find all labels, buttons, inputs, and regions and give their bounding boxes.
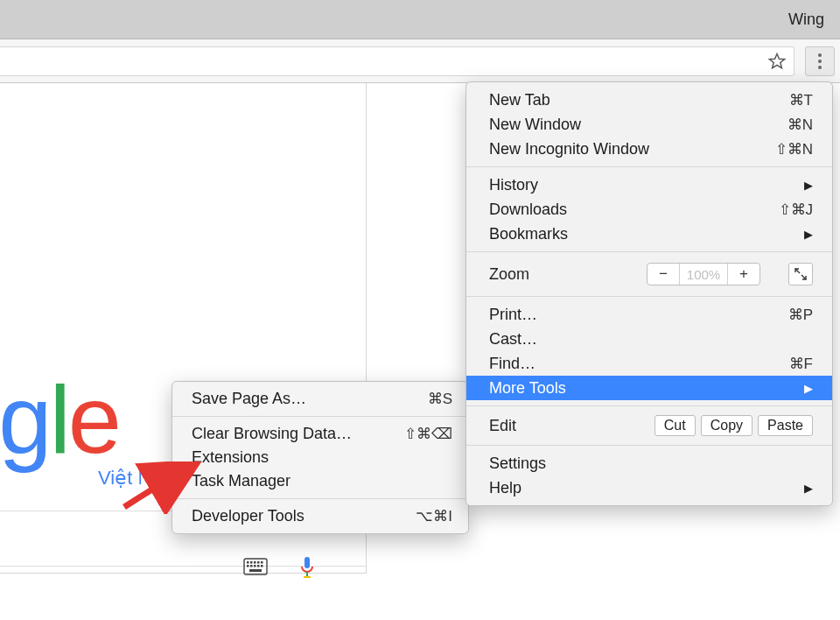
zoom-control: − 100% + [647, 263, 760, 285]
menu-item-label: Downloads [489, 201, 567, 219]
submenu-arrow-icon: ▶ [804, 179, 813, 192]
submenu-arrow-icon: ▶ [804, 228, 813, 241]
menu-cast[interactable]: Cast… [466, 327, 832, 351]
shortcut-label: ⇧⌘J [779, 201, 814, 219]
menu-downloads[interactable]: Downloads ⇧⌘J [466, 197, 832, 222]
zoom-percent: 100% [679, 264, 728, 285]
more-tools-submenu: Save Page As… ⌘S Clear Browsing Data… ⇧⌘… [172, 381, 469, 534]
menu-new-window[interactable]: New Window ⌘N [466, 112, 832, 137]
menu-help[interactable]: Help ▶ [466, 476, 832, 500]
menu-item-label: Clear Browsing Data… [192, 425, 352, 443]
menu-item-label: Cast… [489, 330, 537, 349]
menu-developer-tools[interactable]: Developer Tools ⌥⌘I [172, 504, 468, 528]
menu-item-label: New Incognito Window [489, 140, 649, 159]
svg-rect-13 [304, 557, 310, 568]
svg-rect-9 [254, 565, 256, 567]
menu-save-page-as[interactable]: Save Page As… ⌘S [172, 387, 468, 411]
menu-bookmarks[interactable]: Bookmarks ▶ [466, 222, 832, 246]
shortcut-label: ⌘F [789, 355, 813, 373]
menu-separator [172, 498, 468, 499]
menu-task-manager[interactable]: Task Manager [172, 469, 468, 493]
shortcut-label: ⌘S [428, 390, 452, 408]
svg-marker-0 [769, 53, 784, 67]
menu-separator [466, 166, 832, 167]
browser-toolbar [0, 39, 840, 83]
kebab-menu-button[interactable] [805, 46, 835, 76]
zoom-in-button[interactable]: + [728, 265, 760, 283]
svg-rect-6 [261, 561, 263, 564]
svg-rect-8 [250, 565, 253, 567]
menu-item-label: Task Manager [192, 472, 290, 490]
dots-icon [818, 53, 822, 57]
menu-item-label: Bookmarks [489, 225, 568, 243]
shortcut-label: ⇧⌘N [775, 140, 813, 159]
microphone-icon[interactable] [299, 556, 315, 579]
submenu-arrow-icon: ▶ [804, 482, 813, 495]
menu-separator [466, 296, 832, 297]
window-title: Wing [788, 11, 824, 29]
chrome-main-menu: New Tab ⌘T New Window ⌘N New Incognito W… [466, 81, 833, 506]
menu-item-label: History [489, 176, 538, 194]
menu-separator [466, 405, 832, 406]
shortcut-label: ⌘T [789, 91, 813, 109]
zoom-label: Zoom [489, 265, 529, 284]
menu-item-label: Find… [489, 355, 536, 373]
menu-separator [172, 416, 468, 417]
svg-rect-10 [257, 565, 260, 567]
paste-button[interactable]: Paste [758, 415, 813, 436]
edit-label: Edit [489, 417, 516, 435]
menu-item-label: Print… [489, 306, 537, 324]
shortcut-label: ⌘N [788, 116, 813, 134]
bookmark-star-icon[interactable] [767, 52, 787, 71]
submenu-arrow-icon: ▶ [804, 382, 813, 395]
keyboard-icon[interactable] [243, 558, 268, 575]
menu-item-label: New Window [489, 116, 581, 134]
window-titlebar: Wing [0, 0, 840, 39]
menu-item-label: Save Page As… [192, 390, 306, 408]
menu-new-incognito[interactable]: New Incognito Window ⇧⌘N [466, 137, 832, 161]
address-bar[interactable] [0, 46, 794, 76]
google-logo: ogle [0, 363, 119, 475]
copy-button[interactable]: Copy [701, 415, 752, 436]
shortcut-label: ⌘P [788, 306, 813, 324]
svg-rect-5 [257, 561, 260, 564]
fullscreen-button[interactable] [788, 263, 813, 285]
svg-rect-11 [261, 565, 263, 567]
menu-item-label: New Tab [489, 91, 550, 109]
menu-item-label: Developer Tools [192, 507, 304, 525]
menu-separator [466, 445, 832, 446]
menu-separator [466, 251, 832, 252]
menu-find[interactable]: Find… ⌘F [466, 351, 832, 376]
menu-more-tools[interactable]: More Tools ▶ [466, 376, 832, 400]
menu-item-label: Extensions [192, 448, 269, 467]
shortcut-label: ⌥⌘I [416, 507, 452, 525]
menu-item-label: More Tools [489, 379, 566, 398]
svg-rect-7 [247, 565, 249, 567]
menu-zoom-row: Zoom − 100% + [466, 257, 832, 291]
google-locale-label: Việt Nam [98, 467, 178, 490]
svg-rect-3 [250, 561, 253, 564]
cut-button[interactable]: Cut [654, 415, 696, 436]
menu-clear-browsing-data[interactable]: Clear Browsing Data… ⇧⌘⌫ [172, 422, 468, 446]
svg-rect-12 [249, 569, 262, 572]
menu-edit-row: Edit Cut Copy Paste [466, 412, 832, 440]
svg-rect-4 [254, 561, 256, 564]
shortcut-label: ⇧⌘⌫ [404, 425, 452, 443]
menu-item-label: Help [489, 479, 522, 497]
menu-settings[interactable]: Settings [466, 451, 832, 476]
menu-history[interactable]: History ▶ [466, 173, 832, 197]
zoom-out-button[interactable]: − [648, 265, 679, 283]
menu-extensions[interactable]: Extensions [172, 446, 468, 469]
menu-new-tab[interactable]: New Tab ⌘T [466, 88, 832, 112]
fullscreen-icon [794, 268, 807, 280]
svg-rect-2 [247, 561, 249, 564]
menu-print[interactable]: Print… ⌘P [466, 302, 832, 327]
menu-item-label: Settings [489, 454, 546, 473]
